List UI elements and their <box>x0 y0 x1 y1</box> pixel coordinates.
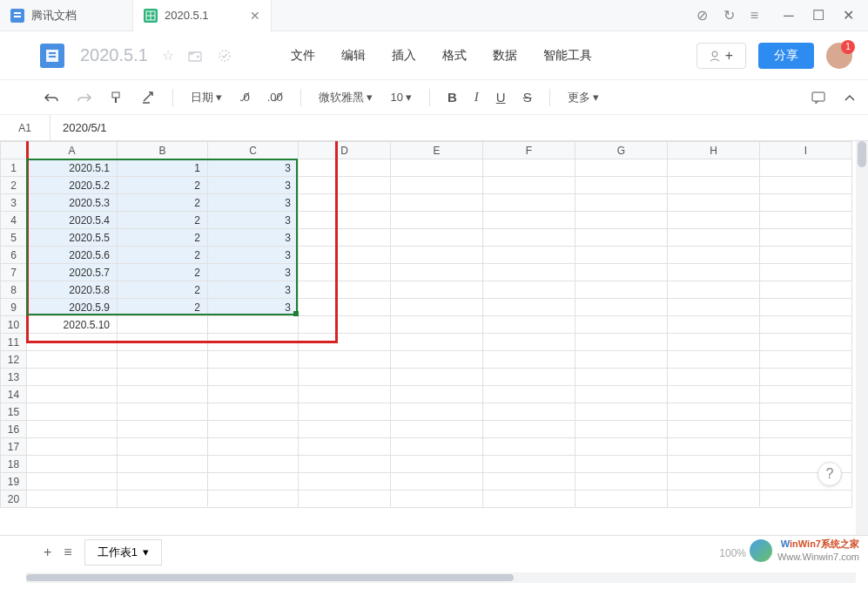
avatar[interactable]: 1 <box>826 43 852 69</box>
cell[interactable] <box>299 264 391 281</box>
row-header[interactable]: 11 <box>1 334 27 351</box>
cell[interactable] <box>483 369 575 386</box>
row-header[interactable]: 17 <box>1 438 27 456</box>
cell[interactable]: 1 <box>118 159 208 177</box>
cell[interactable] <box>760 281 852 299</box>
cell[interactable] <box>575 299 668 316</box>
cell[interactable] <box>208 421 299 438</box>
cell[interactable] <box>118 386 208 403</box>
cell[interactable] <box>483 316 575 334</box>
cell[interactable] <box>118 334 208 351</box>
cell[interactable] <box>391 438 483 456</box>
tab-tencent-docs[interactable]: 腾讯文档 <box>0 0 132 31</box>
cell[interactable] <box>575 421 668 438</box>
cell[interactable] <box>391 351 483 369</box>
cell[interactable] <box>208 473 299 491</box>
cell[interactable]: 2020.5.8 <box>27 281 118 299</box>
redo-button[interactable] <box>77 91 92 104</box>
cell[interactable] <box>575 159 668 177</box>
cell[interactable] <box>208 316 299 334</box>
menu-insert[interactable]: 插入 <box>392 48 416 64</box>
menu-data[interactable]: 数据 <box>493 48 517 64</box>
cell[interactable] <box>575 334 668 351</box>
maximize-button[interactable]: ☐ <box>804 0 833 31</box>
cell[interactable] <box>760 247 852 264</box>
italic-button[interactable]: I <box>474 90 479 105</box>
menu-file[interactable]: 文件 <box>291 48 315 64</box>
row-header[interactable]: 4 <box>1 212 27 229</box>
increase-decimal-button[interactable]: .00̸ <box>267 91 284 104</box>
cell[interactable] <box>483 159 575 177</box>
cell[interactable] <box>483 456 575 473</box>
row-header[interactable]: 12 <box>1 351 27 369</box>
cell[interactable] <box>391 386 483 403</box>
tab-current-doc[interactable]: 2020.5.1 ✕ <box>132 0 272 31</box>
help-button[interactable]: ? <box>818 462 842 486</box>
row-header[interactable]: 13 <box>1 369 27 386</box>
cell[interactable] <box>483 281 575 299</box>
cell[interactable] <box>483 438 575 456</box>
share-button[interactable]: 分享 <box>758 43 814 69</box>
cell[interactable] <box>299 403 391 421</box>
cell[interactable] <box>760 403 852 421</box>
comment-button[interactable] <box>811 91 826 105</box>
cell[interactable] <box>118 456 208 473</box>
cell[interactable] <box>760 421 852 438</box>
select-all-corner[interactable] <box>1 142 27 159</box>
cell[interactable] <box>27 473 118 491</box>
cell[interactable]: 2020.5.9 <box>27 299 118 316</box>
cell[interactable] <box>299 491 391 508</box>
cell[interactable]: 2020.5.3 <box>27 194 118 212</box>
cell[interactable] <box>118 403 208 421</box>
column-header[interactable]: D <box>299 142 391 159</box>
cell[interactable] <box>27 369 118 386</box>
cell[interactable] <box>27 386 118 403</box>
cell[interactable] <box>668 369 760 386</box>
row-header[interactable]: 9 <box>1 299 27 316</box>
cell[interactable] <box>760 491 852 508</box>
folder-icon[interactable] <box>188 50 202 62</box>
row-header[interactable]: 20 <box>1 491 27 508</box>
cell[interactable]: 3 <box>208 229 299 247</box>
cell[interactable] <box>299 247 391 264</box>
cell[interactable] <box>760 316 852 334</box>
cell[interactable] <box>118 316 208 334</box>
cell[interactable] <box>760 194 852 212</box>
column-header[interactable]: I <box>760 142 852 159</box>
cell[interactable] <box>27 334 118 351</box>
cell[interactable] <box>760 264 852 281</box>
sheet-list-button[interactable]: ≡ <box>64 545 71 560</box>
column-header[interactable]: E <box>391 142 483 159</box>
cell[interactable] <box>208 369 299 386</box>
decrease-decimal-button[interactable]: .0̸ <box>239 91 250 104</box>
row-header[interactable]: 10 <box>1 316 27 334</box>
cell[interactable]: 3 <box>208 194 299 212</box>
cell[interactable] <box>668 386 760 403</box>
cell[interactable]: 2 <box>118 281 208 299</box>
column-header[interactable]: F <box>483 142 575 159</box>
column-header[interactable]: A <box>27 142 118 159</box>
cell[interactable] <box>391 177 483 194</box>
cell[interactable] <box>391 456 483 473</box>
cell[interactable] <box>575 264 668 281</box>
vertical-scrollbar[interactable] <box>856 141 868 535</box>
cell[interactable] <box>299 438 391 456</box>
add-user-button[interactable]: + <box>696 43 746 69</box>
block-icon[interactable]: ⊘ <box>696 7 708 24</box>
horizontal-scrollbar[interactable] <box>26 572 856 583</box>
cell[interactable] <box>483 403 575 421</box>
cell[interactable] <box>575 438 668 456</box>
cell[interactable]: 3 <box>208 177 299 194</box>
cell[interactable] <box>575 386 668 403</box>
cell[interactable] <box>299 159 391 177</box>
minimize-button[interactable]: ─ <box>774 0 804 31</box>
cell[interactable] <box>575 177 668 194</box>
column-header[interactable]: C <box>208 142 299 159</box>
cell[interactable]: 3 <box>208 264 299 281</box>
zoom-level[interactable]: 100% <box>719 547 746 559</box>
cell[interactable] <box>118 351 208 369</box>
underline-button[interactable]: U <box>496 90 506 105</box>
row-header[interactable]: 19 <box>1 473 27 491</box>
undo-button[interactable] <box>44 91 59 104</box>
sheet-tab[interactable]: 工作表1 ▾ <box>84 539 162 565</box>
